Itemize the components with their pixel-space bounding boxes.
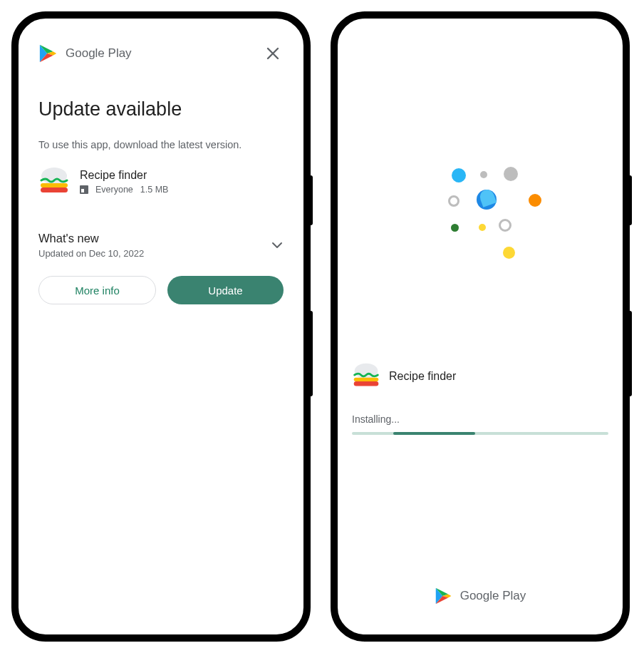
close-button[interactable] bbox=[262, 43, 284, 64]
close-icon bbox=[266, 47, 279, 60]
app-name: Recipe finder bbox=[80, 169, 168, 182]
installing-app-row: Recipe finder bbox=[352, 361, 608, 392]
google-play-brand: Google Play bbox=[38, 43, 132, 64]
app-size: 1.5 MB bbox=[140, 185, 169, 195]
content-rating-label: Everyone bbox=[95, 185, 133, 195]
whats-new-updated: Updated on Dec 10, 2022 bbox=[38, 248, 144, 259]
footer-brand: Google Play bbox=[352, 586, 608, 606]
whats-new-toggle[interactable]: What's new Updated on Dec 10, 2022 bbox=[38, 232, 284, 259]
app-summary-row: Recipe finder Everyone 1.5 MB bbox=[38, 165, 284, 199]
install-status: Installing... bbox=[352, 413, 608, 425]
page-title: Update available bbox=[38, 98, 284, 120]
app-icon bbox=[352, 361, 380, 392]
loading-animation bbox=[352, 19, 608, 361]
google-play-icon bbox=[38, 43, 58, 64]
update-label: Update bbox=[208, 284, 242, 297]
phone-frame-right: Recipe finder Installing... Google Play bbox=[331, 11, 630, 642]
installing-app-name: Recipe finder bbox=[389, 370, 456, 383]
svg-rect-17 bbox=[81, 189, 84, 192]
brand-label: Google Play bbox=[66, 46, 132, 61]
page-subtitle: To use this app, download the latest ver… bbox=[38, 139, 284, 150]
footer-brand-label: Google Play bbox=[460, 589, 526, 603]
whats-new-title: What's new bbox=[38, 232, 144, 245]
chevron-down-icon bbox=[271, 239, 284, 252]
google-play-icon bbox=[435, 586, 453, 606]
install-progress-fill bbox=[393, 432, 475, 435]
phone-frame-left: Google Play Update available To use this… bbox=[11, 11, 311, 642]
content-rating-icon bbox=[80, 185, 88, 194]
update-button[interactable]: Update bbox=[167, 276, 284, 304]
install-progress-track bbox=[352, 432, 608, 435]
app-icon bbox=[38, 165, 70, 199]
more-info-label: More info bbox=[75, 284, 120, 297]
more-info-button[interactable]: More info bbox=[38, 276, 156, 304]
